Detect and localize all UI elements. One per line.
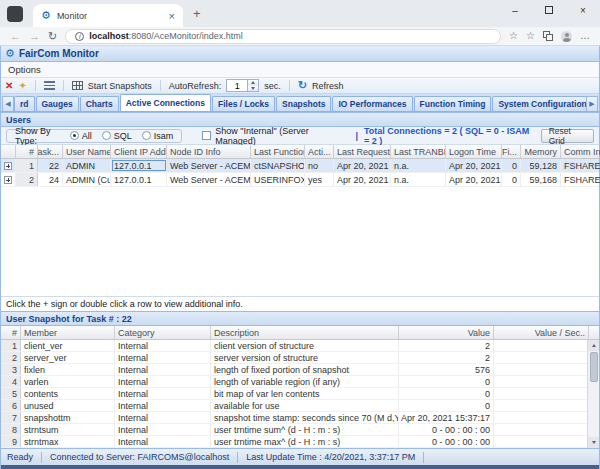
grid-cell[interactable]: 1: [1, 340, 21, 351]
snapshot-scrollbar[interactable]: [587, 340, 599, 448]
snapshot-row[interactable]: 6unusedInternalavailable for use0: [1, 400, 599, 412]
grid-cell[interactable]: 2: [399, 340, 494, 351]
column-header[interactable]: Node ID Info: [167, 145, 251, 158]
grid-cell[interactable]: [494, 364, 589, 375]
grid-cell[interactable]: strntmax: [21, 436, 115, 447]
scroll-up-icon[interactable]: [588, 340, 599, 351]
grid-cell[interactable]: 0 - 00 : 00 : 00: [399, 424, 494, 435]
grid-cell[interactable]: Internal: [115, 352, 211, 363]
grid-cell[interactable]: 2: [16, 173, 38, 186]
snapshot-row[interactable]: 8strntsumInternaluser trntime sum^ (d - …: [1, 424, 599, 436]
grid-cell[interactable]: client_ver: [21, 340, 115, 351]
minimize-button[interactable]: –: [498, 0, 532, 20]
grid-cell[interactable]: user trntime sum^ (d - H : m : s): [211, 424, 399, 435]
grid-cell[interactable]: [494, 388, 589, 399]
tab-system-configuration[interactable]: System Configuration: [492, 96, 586, 111]
column-header[interactable]: Member: [21, 326, 115, 339]
grid-cell[interactable]: available for use: [211, 400, 399, 411]
grid-cell[interactable]: 6: [1, 400, 21, 411]
column-header[interactable]: Last TRANBEG T...: [391, 145, 446, 158]
grid-cell[interactable]: 0: [399, 388, 494, 399]
autorefresh-input[interactable]: [226, 79, 248, 92]
maximize-button[interactable]: [532, 0, 566, 20]
grid-cell[interactable]: 4: [1, 376, 21, 387]
add-favorite-icon[interactable]: ☆: [526, 31, 535, 41]
snapshot-row[interactable]: 2server_verInternalserver version of str…: [1, 352, 599, 364]
radio-icon[interactable]: [142, 131, 151, 140]
grid-cell[interactable]: 3: [1, 364, 21, 375]
site-info-icon[interactable]: i: [75, 32, 84, 41]
grid-cell[interactable]: [494, 424, 589, 435]
expand-cell[interactable]: [1, 173, 16, 186]
grid-cell[interactable]: 0: [399, 400, 494, 411]
back-icon[interactable]: ←: [10, 31, 21, 42]
grid-cell[interactable]: length of fixed portion of snapshot: [211, 364, 399, 375]
snapshot-row[interactable]: 4varlenInternallength of variable region…: [1, 376, 599, 388]
grid-cell[interactable]: USERINFOX: [251, 173, 305, 186]
column-header[interactable]: Logon Time: [446, 145, 502, 158]
grid-cell[interactable]: user trntime max^ (d - H : m : s): [211, 436, 399, 447]
grid-cell[interactable]: ADMIN: [63, 159, 111, 172]
snapshot-row[interactable]: 1client_verInternalclient version of str…: [1, 340, 599, 352]
grid-cell[interactable]: fixlen: [21, 364, 115, 375]
grid-cell[interactable]: 59,128: [521, 159, 561, 172]
column-header[interactable]: Last Function: [251, 145, 305, 158]
column-header[interactable]: Category: [115, 326, 211, 339]
grid-cell[interactable]: 2: [399, 352, 494, 363]
tab-function-timing[interactable]: Function Timing: [414, 96, 492, 111]
column-header[interactable]: Description: [211, 326, 399, 339]
grid-cell[interactable]: 0 - 00 : 00 : 00: [399, 436, 494, 447]
column-header[interactable]: User Name: [63, 145, 111, 158]
grid-cell[interactable]: Internal: [115, 388, 211, 399]
grid-cell[interactable]: 576: [399, 364, 494, 375]
grid-cell[interactable]: 0: [502, 173, 521, 186]
column-header[interactable]: Memory: [521, 145, 561, 158]
show-internal-option[interactable]: Show "Internal" (Server Managed): [202, 126, 339, 146]
tab-files-locks[interactable]: Files / Locks: [212, 96, 275, 111]
collections-icon[interactable]: [543, 31, 553, 41]
tab-charts[interactable]: Charts: [80, 96, 119, 111]
column-header[interactable]: Comm Info: [561, 145, 600, 158]
tab-close-icon[interactable]: ×: [169, 10, 175, 22]
column-header[interactable]: #: [1, 326, 21, 339]
grid-cell[interactable]: Apr 20, 2021 15...: [334, 159, 391, 172]
tab-scroll-right-icon[interactable]: ▶: [586, 96, 598, 111]
start-snapshots-button[interactable]: Start Snapshots: [88, 81, 152, 91]
disconnect-icon[interactable]: ✕: [5, 80, 13, 91]
grid-cell[interactable]: 24: [38, 173, 63, 186]
grid-cell[interactable]: [494, 340, 589, 351]
user-row[interactable]: 122ADMIN127.0.0.1Web Server - ACEMonitor…: [1, 159, 599, 173]
grid-cell[interactable]: ctSNAPSHOT: [251, 159, 305, 172]
show-internal-checkbox[interactable]: [202, 131, 211, 140]
grid-cell[interactable]: strntsum: [21, 424, 115, 435]
grid-cell[interactable]: n.a.: [391, 173, 446, 186]
radio-all[interactable]: All: [70, 131, 92, 141]
refresh-button[interactable]: Refresh: [312, 81, 344, 91]
snapshot-row[interactable]: 5contentsInternalbit map of var len cont…: [1, 388, 599, 400]
snapshots-icon[interactable]: [72, 81, 83, 90]
grid-cell[interactable]: Apr 20, 2021 15:37:17: [399, 412, 494, 423]
tab-gauges[interactable]: Gauges: [36, 96, 79, 111]
grid-cell[interactable]: n.a.: [391, 159, 446, 172]
grid-cell[interactable]: Web Server - ACEMonitor: [167, 173, 251, 186]
user-row[interactable]: 224ADMIN (Curre...127.0.0.1Web Server - …: [1, 173, 599, 187]
grid-cell[interactable]: 1: [16, 159, 38, 172]
grid-cell[interactable]: 0: [502, 159, 521, 172]
grid-cell[interactable]: 127.0.0.1: [111, 173, 167, 186]
tab-actions-icon[interactable]: [7, 6, 23, 22]
expand-cell[interactable]: [1, 159, 16, 172]
browser-tab[interactable]: ⚙ Monitor ×: [33, 4, 183, 27]
grid-cell[interactable]: Apr 20, 2021 15...: [446, 159, 502, 172]
grid-cell[interactable]: Internal: [115, 376, 211, 387]
grid-cell[interactable]: [494, 436, 589, 447]
tab-active-connections[interactable]: Active Connections: [120, 94, 211, 111]
grid-cell[interactable]: 5: [1, 388, 21, 399]
grid-cell[interactable]: ADMIN (Curre...: [63, 173, 111, 186]
spinner-down-icon[interactable]: [248, 86, 258, 92]
favorites-icon[interactable]: ☆: [509, 31, 518, 41]
grid-cell[interactable]: [494, 352, 589, 363]
tab-rd[interactable]: rd: [14, 96, 35, 111]
grid-cell[interactable]: [494, 400, 589, 411]
reset-grid-button[interactable]: Reset Grid: [541, 129, 594, 143]
grid-cell[interactable]: varlen: [21, 376, 115, 387]
